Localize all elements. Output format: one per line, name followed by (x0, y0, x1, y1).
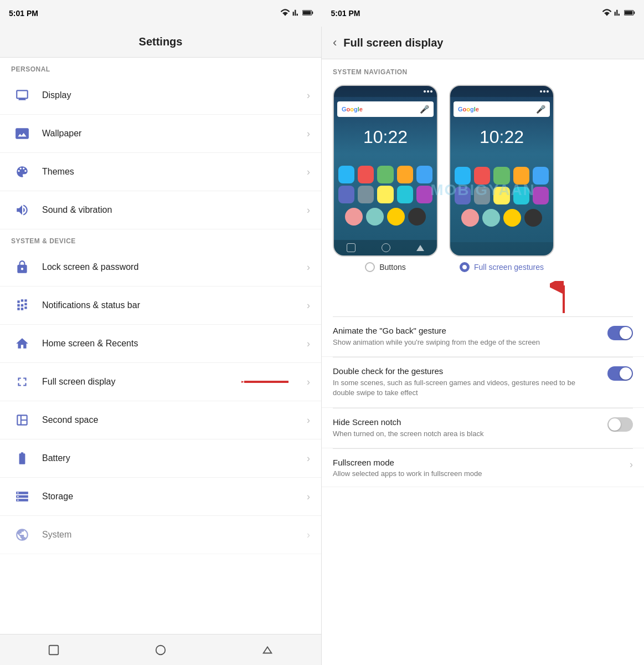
settings-item-wallpaper[interactable]: Wallpaper › (0, 115, 321, 153)
right-header: ‹ Full screen display (322, 27, 644, 59)
phone1-icons (334, 163, 437, 228)
notifications-chevron: › (307, 300, 310, 311)
settings-item-more[interactable]: System › (0, 516, 321, 554)
phone2-searchbar: Google 🎤 (454, 101, 550, 117)
nav-triangle[interactable] (256, 639, 279, 661)
storage-label: Storage (42, 492, 307, 502)
battery-chevron: › (307, 453, 310, 464)
left-status-icons (280, 9, 313, 18)
red-arrow-up (550, 281, 578, 314)
settings-item-homescreen[interactable]: Home screen & Recents › (0, 325, 321, 363)
back-button[interactable]: ‹ (333, 35, 337, 50)
settings-item-battery[interactable]: Battery › (0, 439, 321, 478)
svg-rect-5 (633, 11, 635, 13)
themes-icon (11, 161, 33, 183)
phone-previews: Google 🎤 10:22 (322, 80, 644, 281)
right-signal-icon (614, 9, 622, 18)
left-status-bar: 5:01 PM (0, 0, 322, 27)
red-arrow-left (241, 372, 291, 392)
radio-gestures[interactable]: Full screen gestures (460, 262, 544, 272)
phone-screen-gestures: Google 🎤 10:22 (449, 85, 554, 257)
themes-chevron: › (307, 166, 310, 178)
notifications-icon (11, 294, 33, 316)
wallpaper-chevron: › (307, 128, 310, 140)
phone2-time: 10:22 (450, 121, 553, 151)
phone1-navbar (334, 240, 437, 255)
phone1-statusbar (334, 86, 437, 97)
svg-point-9 (156, 645, 166, 654)
wallpaper-icon (11, 122, 33, 145)
notifications-label: Notifications & status bar (42, 300, 307, 310)
lockscreen-label: Lock screen & password (42, 262, 307, 272)
svg-marker-10 (264, 647, 272, 653)
sound-chevron: › (307, 204, 310, 216)
nav-circle[interactable] (150, 639, 172, 661)
wifi-icon (280, 9, 290, 18)
battery-label: Battery (42, 453, 307, 463)
toggle-animate-goback: Animate the "Go back" gesture Show anima… (322, 317, 644, 357)
radio-buttons[interactable]: Buttons (365, 262, 405, 272)
battery-settings-icon (11, 447, 33, 469)
right-content: MOBIGYAAN SYSTEM NAVIGATION (322, 59, 644, 665)
nav-bar (0, 634, 321, 665)
fullscreen-mode-desc: Allow selected apps to work in fullscree… (333, 469, 630, 478)
toggle-double-desc: In some scenes, such as full-screen game… (333, 378, 599, 398)
radio-label-gestures: Full screen gestures (474, 263, 544, 272)
settings-item-display[interactable]: Display › (0, 76, 321, 115)
wallpaper-label: Wallpaper (42, 129, 307, 139)
display-chevron: › (307, 90, 310, 101)
fullscreen-mode-content: Fullscreen mode Allow selected apps to w… (333, 458, 630, 478)
settings-header: Settings (0, 27, 321, 58)
homescreen-chevron: › (307, 338, 310, 350)
right-status-bar: 5:01 PM (322, 0, 645, 27)
fullscreen-icon (11, 371, 33, 393)
settings-title: Settings (139, 35, 183, 48)
secondspace-icon (11, 409, 33, 431)
signal-icon (292, 9, 300, 18)
right-status-time: 5:01 PM (331, 9, 360, 18)
right-header-title: Full screen display (343, 37, 443, 49)
toggle-notch-desc: When turned on, the screen notch area is… (333, 429, 599, 439)
svg-rect-8 (49, 645, 58, 654)
display-label: Display (42, 90, 307, 100)
settings-item-secondspace[interactable]: Second space › (0, 401, 321, 439)
secondspace-label: Second space (42, 415, 307, 425)
toggle-double-check: Double check for the gestures In some sc… (322, 357, 644, 407)
radio-circle-gestures (460, 262, 470, 272)
red-arrow-up-container (322, 281, 644, 316)
settings-item-sound[interactable]: Sound & vibration › (0, 191, 321, 229)
settings-list: PERSONAL Display › Wallpaper › (0, 58, 321, 634)
homescreen-label: Home screen & Recents (42, 339, 307, 349)
phone1-searchbar: Google 🎤 (337, 101, 434, 117)
fullscreen-mode-chevron: › (630, 458, 633, 470)
fullscreen-mode-title: Fullscreen mode (333, 458, 630, 467)
section-system: SYSTEM & DEVICE (0, 229, 321, 248)
toggle-notch-switch[interactable] (607, 417, 633, 432)
toggle-double-switch[interactable] (607, 366, 633, 381)
radio-circle-buttons (365, 262, 375, 272)
home-icon (11, 332, 33, 355)
left-panel: Settings PERSONAL Display › (0, 27, 322, 665)
nav-square[interactable] (43, 639, 65, 661)
phone2-statusbar (450, 86, 553, 97)
lockscreen-chevron: › (307, 262, 310, 273)
phone-screen-buttons: Google 🎤 10:22 (333, 85, 438, 257)
settings-item-themes[interactable]: Themes › (0, 153, 321, 191)
svg-rect-2 (312, 11, 313, 13)
settings-item-storage[interactable]: Storage › (0, 478, 321, 516)
settings-item-notifications[interactable]: Notifications & status bar › (0, 287, 321, 325)
phone-preview-gestures[interactable]: Google 🎤 10:22 (449, 85, 554, 272)
settings-item-lockscreen[interactable]: Lock screen & password › (0, 248, 321, 287)
more-chevron: › (307, 529, 310, 541)
toggle-animate-switch[interactable] (607, 326, 633, 340)
nav-item-fullscreen-mode[interactable]: Fullscreen mode Allow selected apps to w… (322, 449, 644, 487)
svg-rect-4 (625, 11, 632, 14)
phone-preview-buttons[interactable]: Google 🎤 10:22 (333, 85, 438, 272)
right-panel: ‹ Full screen display MOBIGYAAN SYSTEM N… (322, 27, 644, 665)
phone2-icons (450, 165, 553, 229)
display-icon (11, 84, 33, 106)
settings-item-fullscreen[interactable]: Full screen display › (0, 363, 321, 401)
secondspace-chevron: › (307, 415, 310, 426)
toggle-double-content: Double check for the gestures In some sc… (333, 366, 607, 398)
right-status-icons (602, 9, 635, 18)
